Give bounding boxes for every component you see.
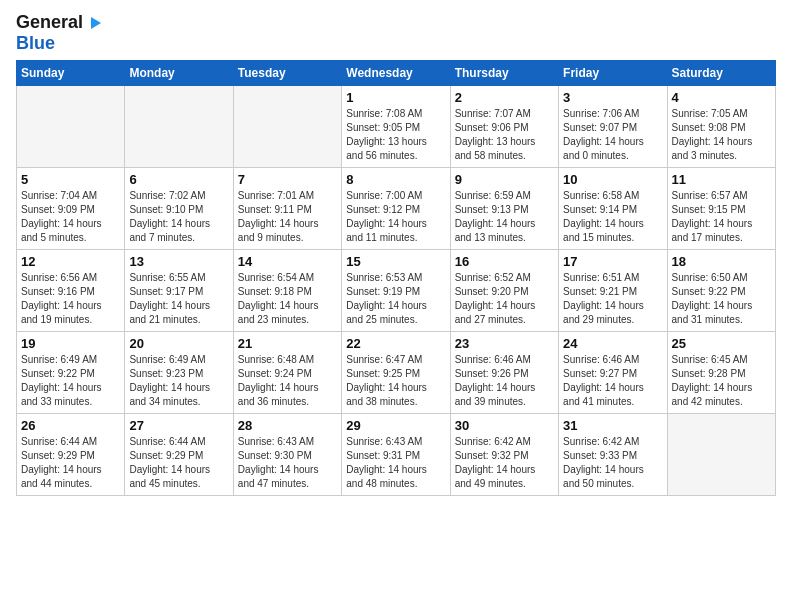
calendar-cell: 15Sunrise: 6:53 AM Sunset: 9:19 PM Dayli… [342,250,450,332]
day-info: Sunrise: 6:46 AM Sunset: 9:27 PM Dayligh… [563,353,662,409]
day-info: Sunrise: 6:46 AM Sunset: 9:26 PM Dayligh… [455,353,554,409]
day-info: Sunrise: 6:57 AM Sunset: 9:15 PM Dayligh… [672,189,771,245]
day-number: 16 [455,254,554,269]
calendar-cell [667,414,775,496]
calendar-cell: 26Sunrise: 6:44 AM Sunset: 9:29 PM Dayli… [17,414,125,496]
day-number: 6 [129,172,228,187]
day-number: 21 [238,336,337,351]
weekday-header-thursday: Thursday [450,61,558,86]
calendar-cell: 25Sunrise: 6:45 AM Sunset: 9:28 PM Dayli… [667,332,775,414]
calendar-cell: 14Sunrise: 6:54 AM Sunset: 9:18 PM Dayli… [233,250,341,332]
calendar-cell: 6Sunrise: 7:02 AM Sunset: 9:10 PM Daylig… [125,168,233,250]
calendar-cell: 29Sunrise: 6:43 AM Sunset: 9:31 PM Dayli… [342,414,450,496]
day-number: 22 [346,336,445,351]
calendar-cell: 20Sunrise: 6:49 AM Sunset: 9:23 PM Dayli… [125,332,233,414]
calendar-cell: 24Sunrise: 6:46 AM Sunset: 9:27 PM Dayli… [559,332,667,414]
day-info: Sunrise: 6:42 AM Sunset: 9:32 PM Dayligh… [455,435,554,491]
day-number: 26 [21,418,120,433]
svg-marker-0 [91,17,101,29]
calendar-cell: 30Sunrise: 6:42 AM Sunset: 9:32 PM Dayli… [450,414,558,496]
day-info: Sunrise: 6:42 AM Sunset: 9:33 PM Dayligh… [563,435,662,491]
logo-general-text: General [16,12,83,33]
day-number: 27 [129,418,228,433]
calendar-cell: 27Sunrise: 6:44 AM Sunset: 9:29 PM Dayli… [125,414,233,496]
day-info: Sunrise: 6:51 AM Sunset: 9:21 PM Dayligh… [563,271,662,327]
page: General Blue SundayMondayTuesdayWednesda… [0,0,792,612]
day-number: 25 [672,336,771,351]
calendar-cell: 28Sunrise: 6:43 AM Sunset: 9:30 PM Dayli… [233,414,341,496]
day-info: Sunrise: 6:53 AM Sunset: 9:19 PM Dayligh… [346,271,445,327]
calendar-body: 1Sunrise: 7:08 AM Sunset: 9:05 PM Daylig… [17,86,776,496]
calendar-cell: 11Sunrise: 6:57 AM Sunset: 9:15 PM Dayli… [667,168,775,250]
calendar-cell: 21Sunrise: 6:48 AM Sunset: 9:24 PM Dayli… [233,332,341,414]
header: General Blue [16,12,776,54]
day-info: Sunrise: 7:02 AM Sunset: 9:10 PM Dayligh… [129,189,228,245]
day-info: Sunrise: 7:07 AM Sunset: 9:06 PM Dayligh… [455,107,554,163]
calendar-cell: 5Sunrise: 7:04 AM Sunset: 9:09 PM Daylig… [17,168,125,250]
day-number: 13 [129,254,228,269]
weekday-header-tuesday: Tuesday [233,61,341,86]
day-info: Sunrise: 6:44 AM Sunset: 9:29 PM Dayligh… [21,435,120,491]
logo: General Blue [16,12,105,54]
calendar-header: SundayMondayTuesdayWednesdayThursdayFrid… [17,61,776,86]
calendar-cell: 31Sunrise: 6:42 AM Sunset: 9:33 PM Dayli… [559,414,667,496]
day-number: 8 [346,172,445,187]
day-number: 30 [455,418,554,433]
day-number: 19 [21,336,120,351]
calendar-cell: 8Sunrise: 7:00 AM Sunset: 9:12 PM Daylig… [342,168,450,250]
day-info: Sunrise: 6:55 AM Sunset: 9:17 PM Dayligh… [129,271,228,327]
day-number: 18 [672,254,771,269]
day-info: Sunrise: 6:50 AM Sunset: 9:22 PM Dayligh… [672,271,771,327]
calendar-cell: 23Sunrise: 6:46 AM Sunset: 9:26 PM Dayli… [450,332,558,414]
weekday-header-saturday: Saturday [667,61,775,86]
weekday-header-friday: Friday [559,61,667,86]
day-info: Sunrise: 6:54 AM Sunset: 9:18 PM Dayligh… [238,271,337,327]
day-number: 3 [563,90,662,105]
day-number: 11 [672,172,771,187]
day-info: Sunrise: 7:04 AM Sunset: 9:09 PM Dayligh… [21,189,120,245]
day-number: 28 [238,418,337,433]
day-info: Sunrise: 7:05 AM Sunset: 9:08 PM Dayligh… [672,107,771,163]
day-info: Sunrise: 6:49 AM Sunset: 9:23 PM Dayligh… [129,353,228,409]
calendar-table: SundayMondayTuesdayWednesdayThursdayFrid… [16,60,776,496]
day-number: 23 [455,336,554,351]
calendar-cell: 18Sunrise: 6:50 AM Sunset: 9:22 PM Dayli… [667,250,775,332]
day-info: Sunrise: 7:08 AM Sunset: 9:05 PM Dayligh… [346,107,445,163]
day-info: Sunrise: 6:52 AM Sunset: 9:20 PM Dayligh… [455,271,554,327]
day-info: Sunrise: 6:59 AM Sunset: 9:13 PM Dayligh… [455,189,554,245]
calendar-cell [17,86,125,168]
calendar-cell: 4Sunrise: 7:05 AM Sunset: 9:08 PM Daylig… [667,86,775,168]
day-number: 12 [21,254,120,269]
day-number: 24 [563,336,662,351]
logo-blue-text: Blue [16,33,55,54]
day-info: Sunrise: 6:58 AM Sunset: 9:14 PM Dayligh… [563,189,662,245]
day-number: 17 [563,254,662,269]
calendar-cell: 22Sunrise: 6:47 AM Sunset: 9:25 PM Dayli… [342,332,450,414]
calendar-cell: 12Sunrise: 6:56 AM Sunset: 9:16 PM Dayli… [17,250,125,332]
logo-arrow-icon [87,14,105,32]
day-number: 10 [563,172,662,187]
day-info: Sunrise: 6:49 AM Sunset: 9:22 PM Dayligh… [21,353,120,409]
day-number: 1 [346,90,445,105]
day-info: Sunrise: 7:00 AM Sunset: 9:12 PM Dayligh… [346,189,445,245]
day-info: Sunrise: 6:45 AM Sunset: 9:28 PM Dayligh… [672,353,771,409]
day-info: Sunrise: 7:01 AM Sunset: 9:11 PM Dayligh… [238,189,337,245]
day-info: Sunrise: 6:56 AM Sunset: 9:16 PM Dayligh… [21,271,120,327]
calendar-cell: 16Sunrise: 6:52 AM Sunset: 9:20 PM Dayli… [450,250,558,332]
day-number: 14 [238,254,337,269]
weekday-header-row: SundayMondayTuesdayWednesdayThursdayFrid… [17,61,776,86]
calendar-cell: 10Sunrise: 6:58 AM Sunset: 9:14 PM Dayli… [559,168,667,250]
calendar-cell [233,86,341,168]
calendar-cell [125,86,233,168]
day-number: 7 [238,172,337,187]
day-number: 5 [21,172,120,187]
calendar-cell: 7Sunrise: 7:01 AM Sunset: 9:11 PM Daylig… [233,168,341,250]
calendar-week-row: 5Sunrise: 7:04 AM Sunset: 9:09 PM Daylig… [17,168,776,250]
day-info: Sunrise: 6:44 AM Sunset: 9:29 PM Dayligh… [129,435,228,491]
calendar-cell: 2Sunrise: 7:07 AM Sunset: 9:06 PM Daylig… [450,86,558,168]
day-number: 29 [346,418,445,433]
weekday-header-monday: Monday [125,61,233,86]
day-number: 4 [672,90,771,105]
weekday-header-sunday: Sunday [17,61,125,86]
day-number: 2 [455,90,554,105]
